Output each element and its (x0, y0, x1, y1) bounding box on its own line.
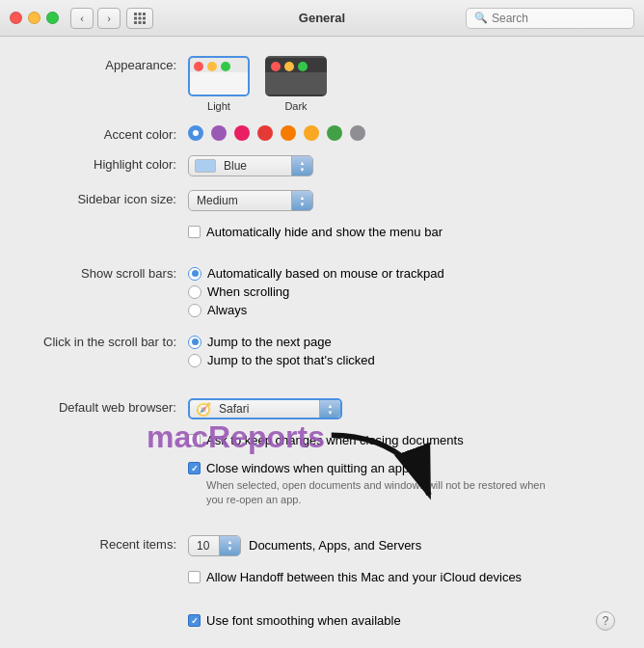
default-browser-dropdown[interactable]: 🧭 Safari ▲ ▼ (188, 398, 342, 419)
recent-items-label: Recent items: (29, 535, 188, 552)
click-spot-option[interactable]: Jump to the spot that's clicked (188, 353, 375, 367)
arrow-up-icon3: ▲ (328, 403, 334, 409)
maximize-button[interactable] (46, 12, 59, 24)
arrow-down-icon2: ▼ (300, 202, 306, 207)
click-next-page-label: Jump to the next page (207, 335, 332, 349)
default-browser-label: Default web browser: (29, 398, 188, 415)
arrow-up-icon: ▲ (300, 160, 306, 166)
appearance-label: Appearance: (29, 56, 188, 72)
scroll-bars-content: Automatically based on mouse or trackpad… (188, 266, 615, 321)
click-scroll-row: Click in the scroll bar to: Jump to the … (29, 335, 615, 371)
close-windows-checkbox[interactable] (188, 462, 201, 474)
appearance-dark[interactable]: Dark (265, 56, 327, 112)
scroll-bars-auto-option[interactable]: Automatically based on mouse or trackpad (188, 266, 444, 281)
arrow-up-icon4: ▲ (228, 539, 233, 545)
accent-orange[interactable] (281, 125, 296, 141)
appearance-options: Light Dark (188, 56, 615, 112)
scroll-always-radio[interactable] (188, 304, 201, 317)
click-spot-radio[interactable] (188, 354, 201, 367)
scroll-bars-label: Show scroll bars: (29, 266, 188, 281)
traffic-lights (10, 12, 59, 24)
svg-rect-3 (134, 16, 137, 19)
accent-red[interactable] (257, 125, 273, 141)
scroll-scrolling-radio[interactable] (188, 285, 201, 299)
menu-bar-checkbox[interactable] (188, 226, 201, 238)
arrow-down-icon3: ▼ (328, 410, 334, 416)
close-windows-row: Close windows when quitting an app When … (29, 461, 615, 508)
dark-thumbnail[interactable] (265, 56, 327, 96)
accent-green[interactable] (327, 125, 342, 141)
font-smoothing-row: Use font smoothing when available ? (29, 611, 615, 631)
recent-items-dropdown[interactable]: 10 ▲ ▼ (188, 535, 241, 556)
scroll-auto-radio[interactable] (188, 267, 201, 281)
search-bar[interactable]: 🔍 (466, 8, 634, 29)
click-scroll-label: Click in the scroll bar to: (29, 335, 188, 349)
handoff-row: Allow Handoff between this Mac and your … (29, 570, 615, 584)
close-windows-subtext: When selected, open documents and window… (206, 478, 553, 508)
search-input[interactable] (492, 12, 626, 25)
default-browser-content: 🧭 Safari ▲ ▼ (188, 398, 615, 419)
handoff-label-empty (29, 570, 188, 572)
recent-items-content: 10 ▲ ▼ Documents, Apps, and Servers (188, 535, 615, 556)
ask-keep-changes-row: Ask to keep changes when closing documen… (29, 433, 615, 447)
ask-keep-changes-content: Ask to keep changes when closing documen… (188, 433, 615, 447)
sidebar-icon-size-value: Medium (189, 194, 291, 207)
sidebar-icon-size-dropdown[interactable]: Medium ▲ ▼ (188, 190, 313, 211)
safari-icon: 🧭 (196, 402, 211, 417)
accent-graphite[interactable] (350, 125, 365, 141)
click-next-page-radio[interactable] (188, 336, 201, 349)
handoff-label: Allow Handoff between this Mac and your … (206, 570, 522, 584)
accent-color-row: Accent color: (29, 125, 615, 142)
click-next-page-option[interactable]: Jump to the next page (188, 335, 332, 349)
font-smoothing-label-empty (29, 611, 188, 613)
menu-bar-content: Automatically hide and show the menu bar (188, 225, 615, 239)
arrow-up-icon2: ▲ (300, 195, 306, 201)
highlight-color-dropdown[interactable]: Blue ▲ ▼ (188, 155, 313, 176)
light-thumbnail[interactable] (188, 56, 250, 96)
grid-button[interactable] (126, 8, 153, 29)
highlight-color-content: Blue ▲ ▼ (188, 155, 615, 176)
scroll-bars-always-option[interactable]: Always (188, 303, 247, 317)
ask-keep-changes-label: Ask to keep changes when closing documen… (206, 433, 464, 447)
ask-keep-changes-label-empty (29, 433, 188, 435)
ask-keep-changes-checkbox[interactable] (188, 434, 201, 446)
close-windows-content: Close windows when quitting an app When … (188, 461, 615, 508)
highlight-color-value: Blue (216, 159, 291, 173)
svg-rect-4 (139, 16, 142, 19)
accent-yellow[interactable] (304, 125, 319, 141)
svg-rect-7 (139, 21, 142, 24)
search-icon: 🔍 (474, 12, 488, 24)
help-button[interactable]: ? (596, 611, 615, 631)
scroll-scrolling-label: When scrolling (207, 284, 289, 299)
main-content: Appearance: Light Dark Accent color: (0, 37, 644, 648)
accent-blue[interactable] (188, 125, 203, 141)
accent-pink[interactable] (234, 125, 250, 141)
menu-bar-label (29, 225, 188, 227)
default-browser-arrow: ▲ ▼ (319, 400, 340, 418)
minimize-button[interactable] (28, 12, 40, 24)
handoff-checkbox[interactable] (188, 571, 201, 583)
sidebar-size-arrow: ▲ ▼ (291, 191, 312, 210)
scroll-bars-scrolling-option[interactable]: When scrolling (188, 284, 289, 299)
accent-colors-group (188, 125, 365, 141)
recent-items-suffix: Documents, Apps, and Servers (249, 538, 421, 553)
back-button[interactable]: ‹ (70, 8, 94, 29)
scroll-auto-label: Automatically based on mouse or trackpad (207, 266, 444, 281)
accent-purple[interactable] (211, 125, 227, 141)
forward-button[interactable]: › (97, 8, 121, 29)
close-button[interactable] (10, 12, 22, 24)
svg-rect-2 (143, 13, 146, 15)
highlight-color-label: Highlight color: (29, 155, 188, 172)
default-browser-value: Safari (211, 402, 319, 416)
menu-bar-checkbox-label: Automatically hide and show the menu bar (206, 225, 443, 239)
recent-items-row: Recent items: 10 ▲ ▼ Documents, Apps, an… (29, 535, 615, 556)
font-smoothing-content: Use font smoothing when available ? (188, 611, 615, 631)
appearance-light[interactable]: Light (188, 56, 250, 112)
svg-rect-0 (134, 13, 137, 15)
font-smoothing-checkbox[interactable] (188, 614, 201, 627)
sidebar-icon-size-label: Sidebar icon size: (29, 190, 188, 206)
handoff-content: Allow Handoff between this Mac and your … (188, 570, 615, 584)
svg-rect-8 (143, 21, 146, 24)
arrow-down-icon: ▼ (300, 167, 306, 173)
sidebar-icon-size-content: Medium ▲ ▼ (188, 190, 615, 211)
